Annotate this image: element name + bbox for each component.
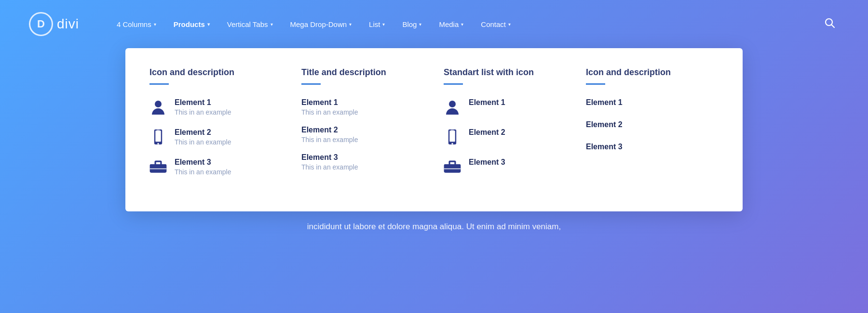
nav-item-list[interactable]: List ▾ (360, 16, 393, 32)
chevron-down-icon: ▾ (508, 22, 511, 27)
nav-item-blog[interactable]: Blog ▾ (393, 16, 430, 32)
list-item-desc: This in an example (175, 138, 231, 146)
list-item[interactable]: Element 3 (444, 158, 567, 173)
nav-menu: 4 Columns ▾ Products ▾ Vertical Tabs ▾ M… (108, 16, 821, 32)
phone-icon (444, 129, 461, 146)
col2-divider (301, 83, 321, 85)
column-standard-list: Standart list with icon Element 1 (434, 67, 576, 187)
col3-title: Standart list with icon (444, 67, 567, 78)
list-item[interactable]: Element 2 (444, 128, 567, 146)
dropdown-wrapper: Icon and description Element 1 This in a… (0, 48, 868, 211)
list-item-title: Element 3 (175, 158, 231, 167)
col2-title: Title and description (301, 67, 424, 78)
nav-item-4columns[interactable]: 4 Columns ▾ (108, 16, 165, 32)
title-item-title: Element 3 (301, 153, 424, 162)
list-item[interactable]: Element 1 (444, 98, 567, 117)
simple-item[interactable]: Element 2 (586, 120, 719, 129)
col4-title: Icon and description (586, 67, 719, 78)
chevron-down-icon: ▾ (461, 22, 463, 27)
svg-point-11 (449, 101, 456, 107)
chevron-down-icon: ▾ (382, 22, 385, 27)
nav-label-contact: Contact (481, 20, 506, 28)
title-item[interactable]: Element 1 This in an example (301, 98, 424, 116)
nav-label-list: List (369, 20, 380, 28)
chevron-down-icon: ▾ (154, 22, 156, 27)
dropdown-panel: Icon and description Element 1 This in a… (125, 48, 743, 211)
nav-label-blog: Blog (402, 20, 417, 28)
chevron-down-icon: ▾ (349, 22, 352, 27)
list-item-title: Element 3 (469, 158, 505, 167)
list-item-text: Element 1 This in an example (175, 98, 231, 116)
footer-text: incididunt ut labore et dolore magna ali… (0, 211, 868, 232)
nav-item-mega-dropdown[interactable]: Mega Drop-Down ▾ (282, 16, 361, 32)
list-item-text: Element 3 (469, 158, 505, 168)
list-item-text: Element 1 (469, 98, 505, 108)
column-simple: Icon and description Element 1 Element 2… (576, 67, 719, 187)
title-item-title: Element 1 (301, 98, 424, 107)
title-item-desc: This in an example (301, 136, 424, 143)
title-item[interactable]: Element 2 This in an example (301, 126, 424, 143)
nav-label-mega-dropdown: Mega Drop-Down (290, 20, 347, 28)
svg-rect-4 (155, 130, 161, 142)
list-item[interactable]: Element 2 This in an example (149, 128, 282, 146)
svg-line-1 (832, 25, 835, 27)
phone-icon (149, 129, 167, 146)
list-item[interactable]: Element 3 This in an example (149, 158, 282, 176)
title-item-title: Element 2 (301, 126, 424, 134)
nav-item-media[interactable]: Media ▾ (430, 16, 472, 32)
title-item[interactable]: Element 3 This in an example (301, 153, 424, 171)
list-item-desc: This in an example (175, 168, 231, 176)
svg-rect-6 (157, 130, 160, 130)
nav-item-contact[interactable]: Contact ▾ (472, 16, 519, 32)
briefcase-icon (444, 159, 461, 173)
logo-letter: D (37, 18, 45, 30)
nav-label-vertical-tabs: Vertical Tabs (227, 20, 268, 28)
briefcase-icon (149, 159, 167, 173)
list-item[interactable]: Element 1 This in an example (149, 98, 282, 117)
svg-point-2 (155, 101, 162, 107)
title-item-desc: This in an example (301, 163, 424, 171)
search-button[interactable] (821, 14, 839, 35)
column-icon-desc-1: Icon and description Element 1 This in a… (149, 67, 292, 187)
nav-label-products: Products (174, 20, 205, 28)
svg-rect-15 (451, 130, 454, 130)
nav-label-media: Media (439, 20, 459, 28)
chevron-down-icon: ▾ (271, 22, 273, 27)
chevron-down-icon: ▾ (419, 22, 421, 27)
simple-item[interactable]: Element 1 (586, 98, 719, 107)
svg-point-5 (157, 143, 159, 144)
person-icon (444, 99, 461, 117)
nav-item-vertical-tabs[interactable]: Vertical Tabs ▾ (218, 16, 282, 32)
col3-divider (444, 83, 463, 85)
navbar: D divi 4 Columns ▾ Products ▾ Vertical T… (0, 0, 868, 48)
nav-label-4columns: 4 Columns (117, 20, 151, 28)
col1-title: Icon and description (149, 67, 282, 78)
nav-item-products[interactable]: Products ▾ (165, 16, 218, 32)
list-item-desc: This in an example (175, 108, 231, 116)
logo-area[interactable]: D divi (29, 12, 79, 36)
title-item-desc: This in an example (301, 108, 424, 116)
chevron-down-icon: ▾ (207, 22, 210, 27)
list-item-text: Element 3 This in an example (175, 158, 231, 176)
list-item-title: Element 2 (469, 128, 505, 137)
footer-label: incididunt ut labore et dolore magna ali… (307, 222, 561, 231)
svg-rect-13 (449, 130, 455, 142)
list-item-title: Element 2 (175, 128, 231, 137)
logo-name: divi (57, 16, 79, 32)
logo-icon: D (29, 12, 53, 36)
list-item-title: Element 1 (175, 98, 231, 107)
svg-point-14 (451, 143, 453, 144)
col4-divider (586, 83, 605, 85)
list-item-title: Element 1 (469, 98, 505, 107)
column-title-desc: Title and description Element 1 This in … (292, 67, 434, 187)
person-icon (149, 99, 167, 117)
list-item-text: Element 2 (469, 128, 505, 138)
simple-item[interactable]: Element 3 (586, 143, 719, 151)
list-item-text: Element 2 This in an example (175, 128, 231, 146)
col1-divider (149, 83, 169, 85)
